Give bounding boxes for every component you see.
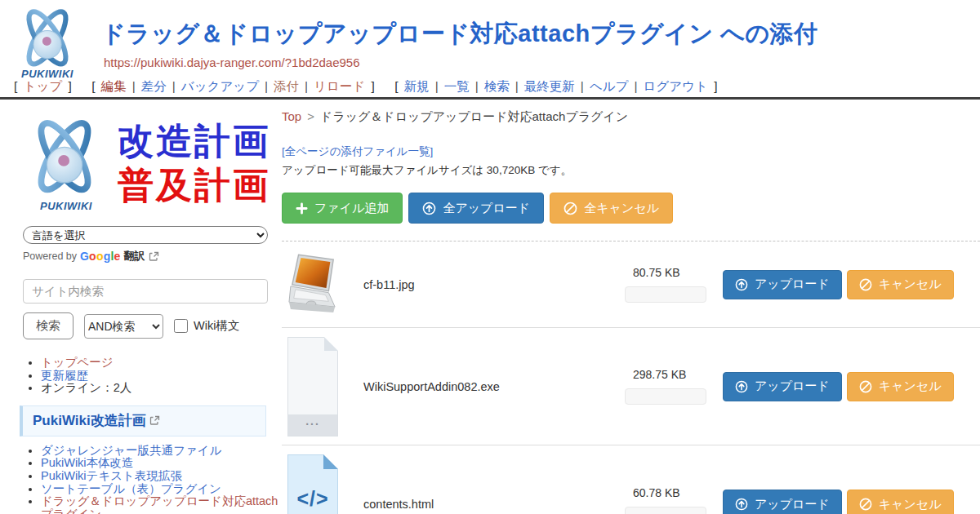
nav-group-site: [ 新規|一覧|検索|最終更新|ヘルプ|ログアウト ] (392, 79, 719, 93)
bracket: [ (91, 79, 95, 93)
bracket: ] (714, 79, 717, 93)
file-icon-dots: ... (288, 414, 337, 436)
nav-link-attach[interactable]: 添付 (274, 79, 299, 93)
sidebar-section-heading: PukiWiki改造計画 (20, 405, 266, 436)
sidebar-logo[interactable]: PUKIWIKI 改造計画 普及計画 (16, 112, 282, 215)
nav-link-search[interactable]: 検索 (484, 79, 510, 93)
sidebar-link-toppage[interactable]: トップページ (41, 356, 114, 369)
search-input[interactable] (23, 279, 268, 304)
upload-button[interactable]: アップロード (723, 372, 842, 401)
sidebar-quick-links: トップページ 更新履歴 オンライン：2人 (23, 357, 282, 395)
search-controls: 検索 AND検索 Wiki構文 (23, 312, 282, 339)
plus-icon (296, 202, 308, 215)
file-thumbnail-cell: ... (282, 337, 363, 436)
upload-circle-icon (735, 278, 748, 291)
atom-icon (16, 113, 113, 197)
cancel-all-button[interactable]: 全キャンセル (550, 193, 673, 224)
cancel-button[interactable]: キャンセル (847, 372, 954, 401)
folded-corner (324, 337, 338, 351)
progress-bar (625, 507, 706, 514)
wiki-syntax-label: Wiki構文 (194, 318, 239, 334)
file-name: WikiSupportAddin082.exe (363, 380, 625, 393)
nav-link-new[interactable]: 新規 (404, 79, 430, 93)
upload-all-button[interactable]: 全アップロード (408, 193, 544, 224)
page-url: https://pukiwiki.dajya-ranger.com/?1bd2d… (104, 55, 360, 69)
attach-list-link[interactable]: [全ページの添付ファイル一覧] (282, 144, 433, 159)
atom-icon (7, 3, 88, 70)
file-thumbnail-cell: </> (282, 454, 363, 514)
list-item: ドラッグ＆ドロップアップロード対応attachプラグイン (41, 495, 282, 514)
sidebar-link-dragdrop-attach[interactable]: ドラッグ＆ドロップアップロード対応attachプラグイン (41, 494, 278, 514)
sidebar-link-history[interactable]: 更新履歴 (41, 369, 88, 382)
nav-link-list[interactable]: 一覧 (444, 79, 470, 93)
sidebar-link-sorttable[interactable]: ソートテーブル（表）プラグイン (41, 482, 221, 495)
nav-link-top[interactable]: トップ (24, 79, 63, 93)
progress-bar (625, 388, 706, 405)
nav-link-reload[interactable]: リロード (314, 79, 365, 93)
list-item: トップページ (41, 357, 282, 370)
logo-line-kaizou: 改造計画 (118, 119, 271, 163)
row-actions: アップロード キャンセル (723, 490, 954, 514)
nav-link-help[interactable]: ヘルプ (590, 79, 629, 93)
sidebar: PUKIWIKI 改造計画 普及計画 言語を選択 Powered by Goog… (0, 102, 282, 514)
sidebar-link-pukiwiki-core[interactable]: PukiWiki本体改造 (41, 456, 134, 469)
breadcrumb-home-link[interactable]: Top (282, 109, 301, 123)
separator: | (634, 79, 637, 93)
separator: | (475, 79, 479, 93)
logo-line-fukyuu: 普及計画 (118, 163, 271, 207)
add-file-button[interactable]: ファイル追加 (282, 193, 403, 224)
upload-toolbar: ファイル追加 全アップロード 全キャンセル (282, 193, 980, 224)
nav-group-page: [ 編集|差分|バックアップ|添付|リロード ] (89, 79, 377, 93)
list-item: PukiWikiテキスト表現拡張 (41, 470, 282, 483)
nav-link-edit[interactable]: 編集 (101, 79, 127, 93)
search-mode-select[interactable]: AND検索 (84, 314, 163, 339)
separator: | (132, 79, 136, 93)
table-row: ... WikiSupportAddin082.exe 298.75 KB アッ… (282, 328, 980, 445)
wiki-syntax-checkbox[interactable] (174, 319, 188, 333)
nav-link-diff[interactable]: 差分 (141, 79, 167, 93)
language-select[interactable]: 言語を選択 (23, 226, 268, 244)
cancel-button[interactable]: キャンセル (847, 270, 954, 299)
separator: | (305, 79, 308, 93)
list-item: 更新履歴 (41, 370, 282, 383)
generic-file-icon: ... (287, 337, 338, 436)
sidebar-link-text-ext[interactable]: PukiWikiテキスト表現拡張 (41, 469, 182, 482)
file-size: 60.78 KB (633, 486, 723, 499)
brand-label: PUKIWIKI (40, 200, 92, 212)
page-title: ドラッグ＆ドロップアップロード対応attachプラグイン への添付 (101, 18, 818, 51)
cancel-circle-icon (859, 278, 872, 291)
pukiwiki-logo[interactable]: PUKIWIKI (7, 3, 88, 82)
nav-link-logout[interactable]: ログアウト (644, 79, 708, 93)
upload-button[interactable]: アップロード (723, 490, 842, 514)
separator: | (435, 79, 439, 93)
cancel-button[interactable]: キャンセル (847, 490, 954, 514)
table-row: </> contents.html 60.78 KB アップロード キャンセル (282, 445, 980, 514)
translate-link[interactable]: 翻訳 (124, 249, 145, 264)
upload-circle-icon (735, 498, 748, 511)
external-link-icon (149, 251, 159, 262)
file-size: 298.75 KB (633, 368, 723, 381)
search-button[interactable]: 検索 (23, 312, 74, 339)
sidebar-online-count: オンライン：2人 (41, 382, 282, 395)
row-actions: アップロード キャンセル (723, 270, 954, 299)
list-item: ダジャレンジャー版共通ファイル (41, 445, 282, 458)
breadcrumb: Top>ドラッグ＆ドロップアップロード対応attachプラグイン (282, 109, 980, 125)
max-size-text: アップロード可能最大ファイルサイズは 30,720KB です。 (282, 163, 980, 178)
upload-button[interactable]: アップロード (723, 270, 842, 299)
upload-circle-icon (422, 202, 436, 215)
list-item: ソートテーブル（表）プラグイン (41, 483, 282, 496)
pukiwiki-page: PUKIWIKI ドラッグ＆ドロップアップロード対応attachプラグイン への… (0, 0, 980, 514)
folded-corner (323, 454, 338, 469)
header: PUKIWIKI ドラッグ＆ドロップアップロード対応attachプラグイン への… (0, 0, 980, 100)
sidebar-link-dajya-files[interactable]: ダジャレンジャー版共通ファイル (41, 444, 221, 457)
bracket: ] (372, 79, 375, 93)
sidebar-heading-link[interactable]: PukiWiki改造計画 (33, 413, 146, 428)
nav-link-recent[interactable]: 最終更新 (524, 79, 575, 93)
nav-link-backup[interactable]: バックアップ (181, 79, 259, 93)
powered-by-text: Powered by (23, 250, 77, 262)
cancel-circle-icon (859, 498, 872, 511)
breadcrumb-current: ドラッグ＆ドロップアップロード対応attachプラグイン (320, 109, 628, 123)
file-size: 80.75 KB (633, 266, 723, 279)
file-size-cell: 298.75 KB (625, 368, 723, 405)
bracket: ] (69, 79, 72, 93)
